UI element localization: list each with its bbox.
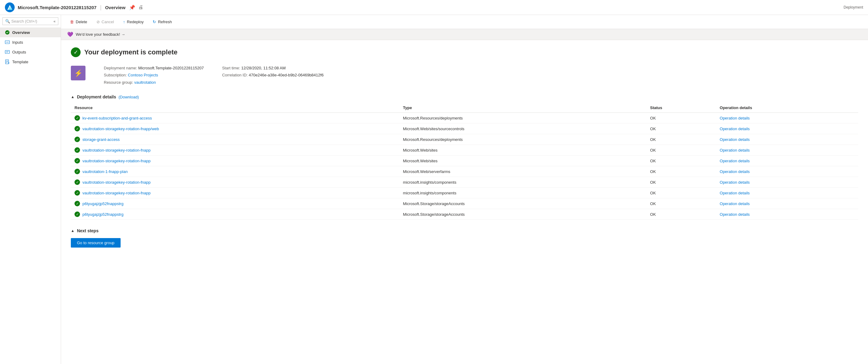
- toolbar: 🗑 Delete ⊘ Cancel ↑ Redeploy ↻ Refresh: [61, 15, 868, 29]
- top-bar-actions: 📌 🖨: [129, 5, 143, 10]
- operation-details-link[interactable]: Operation details: [720, 137, 749, 142]
- resource-link[interactable]: vaultrotation-storagekey-rotation-fnapp: [83, 159, 151, 163]
- operation-cell: Operation details: [716, 166, 858, 177]
- resource-cell: ✓ p6tyugajzjp52fnappstrg: [71, 198, 399, 209]
- resource-link[interactable]: kv-event-subscription-and-grant-access: [83, 116, 152, 120]
- resource-cell: ✓ storage-grant-access: [71, 134, 399, 145]
- sidebar: 🔍 « Overview Inputs Outputs: [0, 15, 61, 364]
- deployment-info: ⚡ Deployment name: Microsoft.Template-20…: [71, 64, 858, 86]
- cancel-button[interactable]: ⊘ Cancel: [93, 18, 118, 26]
- resource-cell: ✓ vaultrotation-storagekey-rotation-fnap…: [71, 188, 399, 198]
- table-row: ✓ vaultrotation-storagekey-rotation-fnap…: [71, 177, 858, 188]
- operation-details-link[interactable]: Operation details: [720, 127, 749, 131]
- redeploy-button[interactable]: ↑ Redeploy: [119, 18, 148, 26]
- delete-button[interactable]: 🗑 Delete: [66, 18, 91, 26]
- type-cell: Microsoft.Web/sites: [399, 145, 647, 156]
- sidebar-item-inputs-label: Inputs: [12, 40, 23, 45]
- col-resource: Resource: [71, 103, 399, 113]
- sidebar-item-outputs[interactable]: Outputs: [0, 47, 61, 57]
- resource-cell: ✓ vaultrotation-storagekey-rotation-fnap…: [71, 145, 399, 156]
- collapse-next-icon[interactable]: ▲: [71, 229, 74, 233]
- pin-icon[interactable]: 📌: [129, 5, 135, 10]
- sidebar-item-overview[interactable]: Overview: [0, 28, 61, 37]
- row-check-icon: ✓: [74, 126, 80, 132]
- operation-cell: Operation details: [716, 198, 858, 209]
- deployment-icon: ⚡: [71, 66, 86, 80]
- operation-details-link[interactable]: Operation details: [720, 148, 749, 152]
- resource-link[interactable]: vaultrotation-storagekey-rotation-fnapp: [83, 148, 151, 152]
- deployment-complete-heading: Your deployment is complete: [84, 48, 177, 56]
- rg-link[interactable]: vaultrotation: [134, 80, 156, 85]
- redeploy-icon: ↑: [123, 20, 125, 24]
- resource-link[interactable]: p6tyugajzjp52fnappstrg: [83, 212, 123, 217]
- status-cell: OK: [646, 113, 716, 123]
- subscription-link[interactable]: Contoso Projects: [128, 73, 158, 77]
- row-check-icon: ✓: [74, 147, 80, 153]
- sidebar-item-template[interactable]: Template: [0, 57, 61, 66]
- feedback-text[interactable]: We'd love your feedback! →: [76, 32, 125, 37]
- top-bar-title: Microsoft.Template-20201228115207: [18, 5, 96, 10]
- rg-label: Resource group:: [104, 80, 133, 85]
- resource-cell: ✓ vaultrotation-1-fnapp-plan: [71, 166, 399, 177]
- resource-cell: ✓ vaultrotation-storagekey-rotation-fnap…: [71, 156, 399, 166]
- top-bar-separator: |: [100, 4, 102, 10]
- page-content-area: ✓ Your deployment is complete ⚡ Deployme…: [61, 40, 868, 364]
- top-bar-section: Overview: [105, 5, 125, 10]
- row-check-icon: ✓: [74, 137, 80, 142]
- resource-link[interactable]: vaultrotation-storagekey-rotation-fnapp: [83, 180, 151, 185]
- col-status: Status: [646, 103, 716, 113]
- main-layout: 🔍 « Overview Inputs Outputs: [0, 15, 868, 364]
- row-check-icon: ✓: [74, 169, 80, 174]
- collapse-details-icon[interactable]: ▲: [71, 95, 74, 99]
- refresh-button[interactable]: ↻ Refresh: [149, 18, 176, 26]
- operation-details-link[interactable]: Operation details: [720, 201, 749, 206]
- resource-cell: ✓ kv-event-subscription-and-grant-access: [71, 113, 399, 123]
- resource-link[interactable]: p6tyugajzjp52fnappstrg: [83, 201, 123, 206]
- resource-link[interactable]: vaultrotation-storagekey-rotation-fnapp: [83, 191, 151, 195]
- complete-check-icon: ✓: [71, 47, 81, 57]
- operation-cell: Operation details: [716, 188, 858, 198]
- search-box[interactable]: 🔍 «: [2, 18, 58, 25]
- operation-details-link[interactable]: Operation details: [720, 169, 749, 174]
- row-check-icon: ✓: [74, 115, 80, 121]
- search-icon: 🔍: [5, 19, 10, 24]
- resource-link[interactable]: storage-grant-access: [83, 137, 120, 142]
- sidebar-item-overview-label: Overview: [12, 30, 30, 35]
- go-to-resource-group-button[interactable]: Go to resource group: [71, 238, 121, 248]
- top-bar: Microsoft.Template-20201228115207 | Over…: [0, 0, 868, 15]
- row-check-icon: ✓: [74, 201, 80, 206]
- resource-cell: ✓ vaultrotation-storagekey-rotation-fnap…: [71, 123, 399, 134]
- operation-details-link[interactable]: Operation details: [720, 212, 749, 217]
- resource-cell: ✓ p6tyugajzjp52fnappstrg: [71, 209, 399, 220]
- subscription-label: Subscription:: [104, 73, 127, 77]
- next-steps-header: ▲ Next steps: [71, 228, 858, 233]
- row-check-icon: ✓: [74, 212, 80, 217]
- operation-cell: Operation details: [716, 209, 858, 220]
- corr-label: Correlation ID:: [222, 73, 248, 77]
- corr-value: 470e246e-a38e-40ed-b9b2-06469b8412f6: [249, 73, 323, 77]
- operation-details-link[interactable]: Operation details: [720, 159, 749, 163]
- resource-link[interactable]: vaultrotation-storagekey-rotation-fnapp/…: [83, 127, 159, 131]
- operation-details-link[interactable]: Operation details: [720, 191, 749, 195]
- type-cell: Microsoft.Storage/storageAccounts: [399, 209, 647, 220]
- collapse-icon[interactable]: «: [54, 19, 56, 24]
- status-cell: OK: [646, 177, 716, 188]
- info-left: Deployment name: Microsoft.Template-2020…: [104, 64, 204, 86]
- type-cell: microsoft.insights/components: [399, 188, 647, 198]
- details-heading: Deployment details: [77, 94, 116, 99]
- col-operation: Operation details: [716, 103, 858, 113]
- table-row: ✓ storage-grant-access Microsoft.Resourc…: [71, 134, 858, 145]
- sidebar-item-inputs[interactable]: Inputs: [0, 37, 61, 47]
- azure-logo-icon: [5, 2, 14, 12]
- status-cell: OK: [646, 156, 716, 166]
- operation-details-link[interactable]: Operation details: [720, 116, 749, 120]
- resource-link[interactable]: vaultrotation-1-fnapp-plan: [83, 169, 128, 174]
- download-link[interactable]: (Download): [119, 95, 138, 99]
- search-input[interactable]: [11, 19, 52, 24]
- start-value: 12/28/2020, 11:52:08 AM: [241, 66, 285, 70]
- status-cell: OK: [646, 198, 716, 209]
- col-type: Type: [399, 103, 647, 113]
- print-icon[interactable]: 🖨: [138, 5, 143, 10]
- type-cell: microsoft.insights/components: [399, 177, 647, 188]
- operation-details-link[interactable]: Operation details: [720, 180, 749, 185]
